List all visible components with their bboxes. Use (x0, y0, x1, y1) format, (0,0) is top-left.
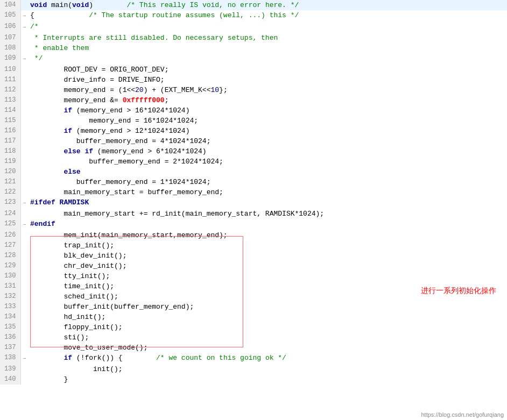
line-number: 139 (0, 364, 20, 374)
code-segment: (!fork()) { (72, 354, 156, 362)
fold-button (20, 240, 28, 251)
code-content: init(); (28, 364, 507, 374)
fold-button[interactable]: − (20, 197, 28, 209)
fold-button[interactable]: − (20, 53, 28, 65)
code-row: 132 sched_init(); (0, 291, 507, 302)
fold-button (20, 261, 28, 271)
code-row: 111 drive_info = DRIVE_INFO; (0, 75, 507, 85)
line-number: 137 (0, 343, 20, 353)
code-row: 119 buffer_memory_end = 2*1024*1024; (0, 156, 507, 167)
line-number: 124 (0, 209, 20, 219)
code-row: 115 memory_end = 16*1024*1024; (0, 116, 507, 126)
code-segment: #endif (30, 220, 55, 228)
fold-button (20, 374, 28, 385)
code-content: hd_init(); (28, 312, 507, 322)
code-table: 104void main(void) /* This really IS voi… (0, 0, 507, 385)
fold-button (20, 312, 28, 322)
line-number: 118 (0, 146, 20, 156)
fold-button (20, 167, 28, 177)
line-number: 126 (0, 230, 20, 240)
code-segment: if (64, 354, 72, 362)
code-content: ROOT_DEV = ORIG_ROOT_DEV; (28, 65, 507, 75)
fold-button (20, 95, 28, 105)
line-number: 122 (0, 187, 20, 197)
code-content: * enable them (28, 43, 507, 53)
code-segment: /* This really IS void, no error here. *… (126, 1, 299, 9)
fold-button[interactable]: − (20, 10, 28, 22)
code-segment: (memory_end > 6*1024*1024) (93, 147, 207, 155)
code-segment: /* The startup routine assumes (well, ..… (89, 11, 299, 19)
code-content: /* (28, 22, 507, 33)
fold-button (20, 126, 28, 136)
fold-button[interactable]: − (20, 22, 28, 33)
code-content: time_init(); (28, 281, 507, 291)
line-number: 138 (0, 353, 20, 364)
code-row: 127 trap_init(); (0, 240, 507, 251)
code-segment: drive_info = DRIVE_INFO; (30, 76, 165, 84)
code-row: 131 time_init(); (0, 281, 507, 291)
fold-button (20, 302, 28, 312)
code-segment: /* (30, 23, 39, 31)
code-content: sti(); (28, 332, 507, 343)
code-row: 129 chr_dev_init(); (0, 261, 507, 271)
fold-button (20, 332, 28, 343)
fold-button[interactable]: − (20, 219, 28, 230)
code-segment (30, 106, 64, 115)
code-segment: time_init(); (30, 282, 114, 290)
line-number: 105 (0, 10, 20, 22)
code-segment: chr_dev_init(); (30, 262, 126, 270)
code-segment: 10 (210, 86, 219, 94)
code-row: 130 tty_init(); (0, 271, 507, 281)
line-number: 114 (0, 105, 20, 116)
code-content: main_memory_start = buffer_memory_end; (28, 187, 507, 197)
code-segment: * enable them (30, 44, 89, 52)
line-number: 123 (0, 197, 20, 209)
fold-button (20, 364, 28, 374)
fold-button (20, 322, 28, 332)
fold-button (20, 105, 28, 116)
code-row: 113 memory_end &= 0xfffff000; (0, 95, 507, 105)
code-content: if (memory_end > 16*1024*1024) (28, 105, 507, 116)
line-number: 125 (0, 219, 20, 230)
code-container: 104void main(void) /* This really IS voi… (0, 0, 507, 420)
code-row: 135 floppy_init(); (0, 322, 507, 332)
code-content: memory_end = (1<<20) + (EXT_MEM_K<<10}; (28, 85, 507, 95)
fold-button (20, 156, 28, 167)
fold-button (20, 343, 28, 353)
code-row: 137 move_to_user_mode(); (0, 343, 507, 353)
code-content: floppy_init(); (28, 322, 507, 332)
line-number: 136 (0, 332, 20, 343)
code-segment: memory_end &= (30, 96, 123, 104)
line-number: 109 (0, 53, 20, 65)
code-segment: 0xfffff000 (123, 96, 165, 104)
code-segment: ROOT_DEV = ORIG_ROOT_DEV; (30, 66, 168, 74)
code-segment: trap_init(); (30, 241, 114, 250)
line-number: 128 (0, 251, 20, 261)
code-segment: #ifdef RAMDISK (30, 198, 89, 207)
code-row: 125−#endif (0, 219, 507, 230)
code-segment: void (30, 1, 47, 9)
code-row: 139 init(); (0, 364, 507, 374)
line-number: 115 (0, 116, 20, 126)
code-segment: ) (89, 1, 126, 9)
code-content: { /* The startup routine assumes (well, … (28, 10, 507, 22)
code-content: #endif (28, 219, 507, 230)
code-row: 110 ROOT_DEV = ORIG_ROOT_DEV; (0, 65, 507, 75)
fold-button (20, 146, 28, 156)
code-row: 138− if (!fork()) { /* we count on this … (0, 353, 507, 364)
fold-button (20, 177, 28, 187)
code-row: 121 buffer_memory_end = 1*1024*1024; (0, 177, 507, 187)
code-row: 124 main_memory_start += rd_init(main_me… (0, 209, 507, 219)
line-number: 120 (0, 167, 20, 177)
line-number: 140 (0, 374, 20, 385)
code-content: trap_init(); (28, 240, 507, 251)
code-content: * Interrupts are still disabled. Do nece… (28, 33, 507, 43)
line-number: 135 (0, 322, 20, 332)
code-row: 112 memory_end = (1<<20) + (EXT_MEM_K<<1… (0, 85, 507, 95)
code-segment: memory_end = (1<< (30, 86, 135, 94)
code-row: 120 else (0, 167, 507, 177)
fold-button[interactable]: − (20, 353, 28, 364)
code-content: buffer_memory_end = 1*1024*1024; (28, 177, 507, 187)
line-number: 108 (0, 43, 20, 53)
code-content: if (memory_end > 12*1024*1024) (28, 126, 507, 136)
